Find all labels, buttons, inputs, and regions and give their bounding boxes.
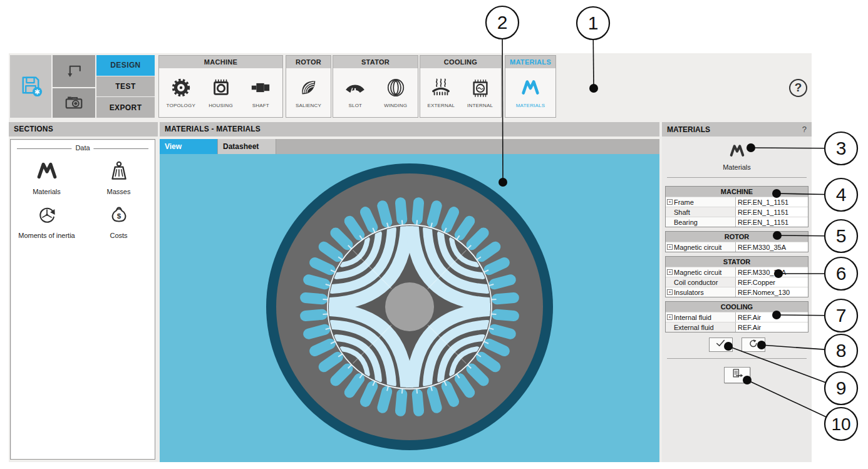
tool-label: TOPOLOGY bbox=[163, 103, 199, 108]
section-item-moments-of-inertia[interactable]: Moments of inertia bbox=[11, 203, 83, 239]
callout-circle bbox=[825, 257, 857, 290]
screenshot-button[interactable] bbox=[53, 88, 95, 118]
materials-properties-panel: MATERIALS ? Materials MACHINE+FrameREF.E… bbox=[662, 122, 812, 462]
sections-content: Data Materials Masses Moments of inertia… bbox=[10, 139, 155, 460]
reset-button[interactable] bbox=[741, 338, 765, 352]
panel-help-icon[interactable]: ? bbox=[802, 125, 807, 134]
table-title: STATOR bbox=[666, 257, 808, 267]
tool-materials[interactable]: MATERIALS bbox=[512, 77, 549, 108]
table-cooling: COOLING+Internal fluidREF.AirExternal fl… bbox=[665, 301, 809, 332]
table-row: Coil conductorREF.Copper bbox=[666, 277, 808, 287]
stator-slot bbox=[309, 329, 325, 334]
row-value[interactable]: REF.Air bbox=[735, 322, 807, 332]
callout-circle bbox=[825, 132, 857, 165]
stator-slot bbox=[383, 391, 387, 408]
row-label-cell: Shaft bbox=[666, 207, 735, 217]
tool-label: MATERIALS bbox=[512, 103, 549, 108]
tool-topology[interactable]: TOPOLOGY bbox=[163, 77, 199, 108]
tool-housing[interactable]: HOUSING bbox=[203, 77, 239, 108]
slot-opening bbox=[416, 220, 417, 225]
callout-circle bbox=[825, 178, 857, 211]
expand-icon[interactable]: + bbox=[667, 244, 673, 250]
slot-opening bbox=[416, 389, 417, 394]
callout-circle bbox=[486, 6, 519, 39]
application-window: DESIGNTESTEXPORT MACHINE TOPOLOGY HOUSIN… bbox=[9, 53, 812, 462]
expand-icon[interactable]: + bbox=[667, 199, 673, 205]
stator-slot bbox=[489, 262, 504, 269]
expand-icon[interactable]: + bbox=[667, 269, 673, 275]
callout-number: 5 bbox=[836, 225, 847, 246]
tool-label: WINDING bbox=[378, 103, 414, 108]
section-item-label: Moments of inertia bbox=[11, 232, 83, 239]
row-value[interactable]: REF.EN_1_1151 bbox=[735, 217, 807, 227]
row-label-cell: Bearing bbox=[666, 217, 735, 227]
materials-section: Materials bbox=[662, 137, 812, 171]
tool-slot[interactable]: SLOT bbox=[337, 77, 373, 108]
mode-tab-export[interactable]: EXPORT bbox=[96, 97, 155, 118]
tool-internal[interactable]: INTERNAL bbox=[462, 77, 499, 108]
row-value[interactable]: REF.EN_1_1151 bbox=[735, 197, 807, 207]
section-item-label: Materials bbox=[11, 188, 83, 195]
section-item-label: Masses bbox=[83, 188, 155, 195]
toolbar-group-materials: MATERIALSMATERIALS bbox=[505, 55, 556, 118]
tool-winding[interactable]: WINDING bbox=[378, 77, 414, 108]
section-item-masses[interactable]: Masses bbox=[83, 159, 155, 195]
winding-icon bbox=[385, 90, 406, 100]
view-tab-view[interactable]: View bbox=[160, 139, 218, 154]
table-title: MACHINE bbox=[666, 187, 808, 197]
help-button[interactable]: ? bbox=[789, 79, 807, 97]
sections-panel-title: SECTIONS bbox=[9, 122, 158, 137]
view-tab-datasheet[interactable]: Datasheet bbox=[218, 139, 276, 154]
stator-slot bbox=[494, 280, 510, 284]
motor-canvas[interactable] bbox=[160, 154, 659, 462]
stator-slot bbox=[306, 314, 323, 316]
row-value[interactable]: REF.M330_35A bbox=[735, 267, 807, 277]
export-row bbox=[662, 367, 812, 383]
row-value[interactable]: REF.Nomex_130 bbox=[735, 287, 807, 297]
expand-icon[interactable]: + bbox=[667, 289, 673, 295]
stator-slot bbox=[432, 391, 437, 408]
table-rotor: ROTOR+Magnetic circuitREF.M330_35A bbox=[665, 231, 809, 252]
row-label: Bearing bbox=[674, 219, 698, 226]
data-group-label: Data bbox=[71, 144, 93, 152]
tool-label: SALIENCY bbox=[291, 103, 327, 108]
row-value[interactable]: REF.M330_35A bbox=[735, 242, 807, 252]
table-machine: MACHINE+FrameREF.EN_1_1151ShaftREF.EN_1_… bbox=[665, 186, 809, 227]
stator-slot bbox=[497, 297, 514, 299]
group-title: MACHINE bbox=[159, 56, 282, 68]
row-label-cell: Coil conductor bbox=[666, 277, 735, 287]
row-value[interactable]: REF.Copper bbox=[735, 277, 807, 287]
row-label: Coil conductor bbox=[674, 279, 718, 286]
stator-slot bbox=[497, 314, 514, 316]
undo-button[interactable] bbox=[53, 55, 95, 87]
materials-icon bbox=[520, 90, 541, 100]
data-group: Data bbox=[17, 148, 148, 149]
stator-slot bbox=[306, 297, 323, 299]
section-item-costs[interactable]: $Costs bbox=[83, 203, 155, 239]
row-label: Shaft bbox=[674, 209, 690, 216]
group-title: STATOR bbox=[333, 56, 418, 68]
materials-icon bbox=[728, 151, 746, 162]
save-button[interactable] bbox=[10, 55, 51, 118]
expand-icon[interactable]: + bbox=[667, 314, 673, 320]
section-item-materials[interactable]: Materials bbox=[11, 159, 83, 195]
group-title: COOLING bbox=[420, 56, 501, 68]
divider bbox=[667, 177, 807, 178]
export-button[interactable] bbox=[724, 367, 750, 383]
apply-button[interactable] bbox=[709, 338, 733, 352]
row-label: Internal fluid bbox=[674, 314, 711, 321]
mode-tab-design[interactable]: DESIGN bbox=[96, 55, 155, 76]
section-item-label: Costs bbox=[83, 232, 155, 239]
slot-opening bbox=[492, 314, 497, 314]
tool-saliency[interactable]: SALIENCY bbox=[291, 77, 327, 108]
row-label-cell: +Magnetic circuit bbox=[666, 267, 735, 277]
callout-circle bbox=[825, 408, 857, 440]
row-value[interactable]: REF.Air bbox=[735, 312, 807, 322]
table-title: ROTOR bbox=[666, 232, 808, 242]
tool-shaft[interactable]: SHAFT bbox=[242, 77, 279, 108]
tool-external[interactable]: EXTERNAL bbox=[423, 77, 459, 108]
mode-tab-test[interactable]: TEST bbox=[96, 76, 155, 97]
materials-panel-header: MATERIALS ? bbox=[662, 122, 812, 137]
row-value[interactable]: REF.EN_1_1151 bbox=[735, 207, 807, 217]
table-row: +Internal fluidREF.Air bbox=[666, 312, 808, 322]
